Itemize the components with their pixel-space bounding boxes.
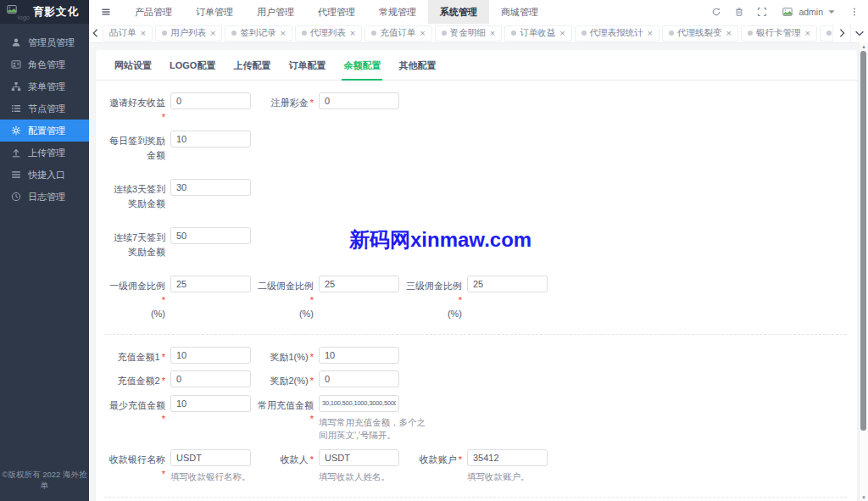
nav-item-product[interactable]: 产品管理: [123, 0, 184, 24]
nav-item-general[interactable]: 常规管理: [367, 0, 428, 24]
tabs-scroll-right-button[interactable]: [832, 24, 850, 42]
user-menu[interactable]: admin: [780, 6, 837, 19]
chevron-down-icon: [854, 28, 865, 38]
nav-item-system[interactable]: 系统管理: [428, 0, 489, 24]
tabs-strip: 品订单×用户列表×签到记录×代理列表×充值订单×资金明细×订单收益×代理表报统计…: [103, 25, 832, 42]
register-bonus-input[interactable]: [319, 92, 399, 109]
tab-close-icon[interactable]: ×: [804, 29, 810, 38]
open-tab-signin-records[interactable]: 签到记录×: [225, 25, 292, 42]
tab-status-dot: [748, 31, 753, 36]
level1-commission-input[interactable]: [170, 276, 251, 292]
required-asterisk: *: [459, 454, 462, 465]
reward-2-input[interactable]: [319, 370, 399, 387]
topbar: 产品管理订单管理用户管理代理管理常规管理系统管理商城管理 admin: [89, 0, 868, 24]
open-tab-user-list[interactable]: 用户列表×: [155, 25, 222, 42]
sidebar-item-nodes[interactable]: 节点管理: [0, 97, 89, 120]
broken-logo-image: logo: [7, 3, 29, 20]
scroll-down-arrow-icon[interactable]: ▼: [860, 493, 868, 501]
nav-item-user[interactable]: 用户管理: [245, 0, 306, 24]
level2-commission-input[interactable]: [319, 276, 399, 292]
field-payee-account: 收款账户*填写收款账户。: [401, 449, 549, 484]
bank-name-input[interactable]: [170, 449, 251, 466]
open-tab-fund-details[interactable]: 资金明细×: [435, 25, 502, 42]
field-level3-commission: 三级佣金比例*(%): [401, 276, 549, 321]
recharge-amount-2-input[interactable]: [170, 370, 251, 387]
more-options-icon[interactable]: [849, 7, 860, 17]
daily-signin-reward-input[interactable]: [170, 131, 251, 148]
collapse-menu-button[interactable]: [89, 0, 123, 24]
required-asterisk: *: [162, 112, 165, 122]
nav-item-mall[interactable]: 商城管理: [489, 0, 550, 24]
trash-icon[interactable]: [734, 7, 744, 17]
open-tab-agent-line-split[interactable]: 代理线裂变×: [662, 25, 738, 42]
level3-commission-input[interactable]: [467, 276, 548, 292]
scrollbar-thumb[interactable]: [860, 51, 866, 431]
sidebar-item-config[interactable]: 配置管理: [0, 120, 89, 142]
sidebar-item-logs[interactable]: 日志管理: [0, 186, 89, 208]
config-tab-upload[interactable]: 上传配置: [231, 50, 272, 80]
sidebar-item-upload[interactable]: 上传管理: [0, 142, 89, 164]
tab-close-icon[interactable]: ×: [420, 29, 425, 38]
tab-close-icon[interactable]: ×: [490, 29, 495, 38]
sidebar-item-admins[interactable]: 管理员管理: [0, 31, 89, 53]
tab-status-dot: [302, 31, 307, 36]
sidebar-item-menus[interactable]: 菜单管理: [0, 75, 89, 97]
open-tab-agent-list[interactable]: 代理列表×: [295, 25, 362, 42]
config-tab-order[interactable]: 订单配置: [287, 50, 327, 80]
sidebar-item-label: 上传管理: [28, 147, 65, 159]
sidebar-item-label: 配置管理: [28, 125, 65, 137]
tab-close-icon[interactable]: ×: [648, 29, 653, 38]
sidebar-item-label: 管理员管理: [28, 36, 75, 49]
payee-name-input[interactable]: [319, 449, 399, 466]
field-label: 充值金额1*: [104, 347, 165, 365]
tab-close-icon[interactable]: ×: [210, 29, 215, 38]
tab-close-icon[interactable]: ×: [350, 29, 355, 38]
sidebar-item-shortcut[interactable]: 快捷入口: [0, 164, 89, 186]
tab-close-icon[interactable]: ×: [280, 29, 285, 38]
field-helper: 填写常用充值金额，多个之间用英文','号隔开。: [319, 416, 432, 443]
tab-close-icon[interactable]: ×: [141, 29, 146, 38]
nav-item-agent[interactable]: 代理管理: [306, 0, 367, 24]
open-tab-product-order[interactable]: 品订单×: [103, 25, 153, 42]
field-label: 收款银行名称*: [104, 449, 165, 481]
tabs-scroll-left-button[interactable]: [89, 24, 103, 42]
admin-app: logo 育影文化 管理员管理角色管理菜单管理节点管理配置管理上传管理快捷入口日…: [0, 0, 868, 501]
config-panel: 网站设置LOGO配置上传配置订单配置余额配置其他配置 邀请好友收益*注册彩金*每…: [96, 50, 857, 501]
reward-1-input[interactable]: [319, 347, 399, 364]
tab-close-icon[interactable]: ×: [726, 29, 732, 38]
fullscreen-icon[interactable]: [757, 7, 767, 17]
tree-icon: [11, 81, 21, 92]
signin-7day-reward-input[interactable]: [170, 227, 251, 244]
vertical-scrollbar[interactable]: ▲ ▼: [859, 42, 868, 501]
sidebar-item-roles[interactable]: 角色管理: [0, 53, 89, 75]
open-tab-agent-report-stats[interactable]: 代理表报统计×: [575, 25, 659, 42]
avatar-broken-image-icon: [780, 6, 795, 19]
payee-account-input[interactable]: [467, 449, 548, 466]
field-label: 奖励1(%)*: [253, 347, 314, 365]
min-recharge-amount-input[interactable]: [170, 395, 251, 412]
tab-label: 银行卡管理: [756, 27, 801, 39]
open-tab-carousel[interactable]: 轮播图×: [820, 25, 832, 42]
common-recharge-amounts-input[interactable]: [319, 395, 399, 412]
config-tab-balance[interactable]: 余额配置: [342, 50, 382, 81]
config-tab-logo[interactable]: LOGO配置: [168, 50, 217, 80]
dashed-divider: [104, 334, 847, 335]
nav-item-order[interactable]: 订单管理: [184, 0, 245, 24]
open-tab-order-income[interactable]: 订单收益×: [504, 25, 571, 42]
open-tab-bank-card[interactable]: 银行卡管理×: [741, 25, 817, 42]
field-label: 一级佣金比例*(%): [104, 276, 165, 321]
sidebar-logo: logo 育影文化: [0, 0, 89, 24]
required-asterisk: *: [162, 352, 165, 362]
recharge-amount-1-input[interactable]: [170, 347, 251, 364]
open-tab-recharge-orders[interactable]: 充值订单×: [364, 25, 431, 42]
config-tab-other[interactable]: 其他配置: [397, 50, 437, 80]
required-asterisk: *: [310, 376, 314, 386]
config-tab-site[interactable]: 网站设置: [113, 50, 153, 80]
tab-label: 资金明细: [450, 27, 486, 39]
scroll-up-arrow-icon[interactable]: ▲: [860, 42, 868, 50]
refresh-icon[interactable]: [711, 7, 721, 17]
invite-friend-income-input[interactable]: [170, 92, 251, 109]
signin-3day-reward-input[interactable]: [170, 179, 251, 196]
tab-close-icon[interactable]: ×: [559, 29, 565, 38]
tabs-list-button[interactable]: [850, 24, 868, 42]
